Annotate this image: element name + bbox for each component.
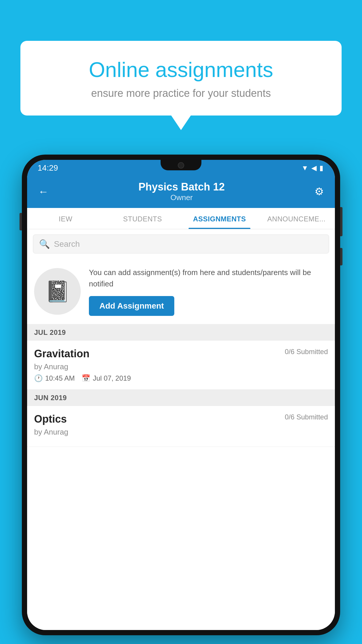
calendar-icon: 📅 <box>82 374 90 382</box>
phone-power-button <box>340 207 342 236</box>
settings-icon[interactable]: ⚙ <box>312 183 326 200</box>
app-header: ← Physics Batch 12 Owner ⚙ <box>27 176 335 208</box>
month-header-jul: JUL 2019 <box>27 324 335 341</box>
header-title-area: Physics Batch 12 Owner <box>138 181 225 202</box>
tab-assignments[interactable]: ASSIGNMENTS <box>181 208 258 229</box>
assignment-submitted-gravitation: 0/6 Submitted <box>285 348 328 356</box>
assignment-promo-section: 📓 You can add assignment(s) from here an… <box>27 259 335 324</box>
search-icon: 🔍 <box>39 239 50 249</box>
assignment-by-gravitation: by Anurag <box>34 362 328 371</box>
assignment-icon-circle: 📓 <box>34 268 81 315</box>
promo-card: Online assignments ensure more practice … <box>20 41 342 116</box>
tab-students[interactable]: STUDENTS <box>104 208 181 229</box>
assignment-item-top-optics: Optics 0/6 Submitted <box>34 413 328 425</box>
assignment-item-optics[interactable]: Optics 0/6 Submitted by Anurag <box>27 406 335 447</box>
assignment-name-optics: Optics <box>34 413 67 425</box>
phone-notch <box>161 160 201 170</box>
wifi-icon: ▼ <box>301 164 308 172</box>
assignment-item-top: Gravitation 0/6 Submitted <box>34 348 328 360</box>
assignment-date-value: Jul 07, 2019 <box>93 374 131 382</box>
search-bar: 🔍 Search <box>27 229 335 259</box>
promo-title: Online assignments <box>35 58 327 81</box>
add-assignment-button[interactable]: Add Assignment <box>89 296 174 316</box>
header-subtitle: Owner <box>138 193 225 202</box>
tab-iew[interactable]: IEW <box>27 208 104 229</box>
tab-announcements[interactable]: ANNOUNCEME... <box>258 208 335 229</box>
phone-screen: 14:29 ▼ ◀ ▮ ← Physics Batch 12 Owner ⚙ I… <box>27 160 335 630</box>
phone-volume-button <box>20 213 22 230</box>
battery-icon: ▮ <box>319 164 323 172</box>
header-title: Physics Batch 12 <box>138 181 225 193</box>
assignment-item-gravitation[interactable]: Gravitation 0/6 Submitted by Anurag 🕐 10… <box>27 341 335 390</box>
assignment-promo-text: You can add assignment(s) from here and … <box>89 267 328 316</box>
assignment-date-gravitation: 📅 Jul 07, 2019 <box>82 374 131 382</box>
search-placeholder: Search <box>54 239 80 249</box>
promo-subtitle: ensure more practice for your students <box>35 87 327 99</box>
phone-camera <box>178 162 184 169</box>
assignment-meta-gravitation: 🕐 10:45 AM 📅 Jul 07, 2019 <box>34 374 328 382</box>
content-area: 🔍 Search 📓 You can add assignment(s) fro… <box>27 229 335 630</box>
back-button[interactable]: ← <box>36 183 51 200</box>
phone-frame: 14:29 ▼ ◀ ▮ ← Physics Batch 12 Owner ⚙ I… <box>22 155 340 635</box>
status-time: 14:29 <box>38 163 58 173</box>
assignment-name-gravitation: Gravitation <box>34 348 89 360</box>
assignment-promo-description: You can add assignment(s) from here and … <box>89 267 328 290</box>
notebook-icon: 📓 <box>45 279 70 303</box>
tabs-bar: IEW STUDENTS ASSIGNMENTS ANNOUNCEME... <box>27 208 335 229</box>
phone-side-button <box>340 248 342 265</box>
signal-icon: ◀ <box>311 164 317 172</box>
assignment-time-gravitation: 🕐 10:45 AM <box>34 374 75 382</box>
search-input-wrap[interactable]: 🔍 Search <box>33 235 329 253</box>
month-label-jul: JUL 2019 <box>34 328 66 336</box>
assignment-submitted-optics: 0/6 Submitted <box>285 413 328 421</box>
month-label-jun: JUN 2019 <box>34 394 67 402</box>
month-header-jun: JUN 2019 <box>27 390 335 406</box>
clock-icon: 🕐 <box>34 374 43 382</box>
assignment-time-value: 10:45 AM <box>45 374 75 382</box>
assignment-by-optics: by Anurag <box>34 428 328 437</box>
status-icons: ▼ ◀ ▮ <box>301 164 323 172</box>
